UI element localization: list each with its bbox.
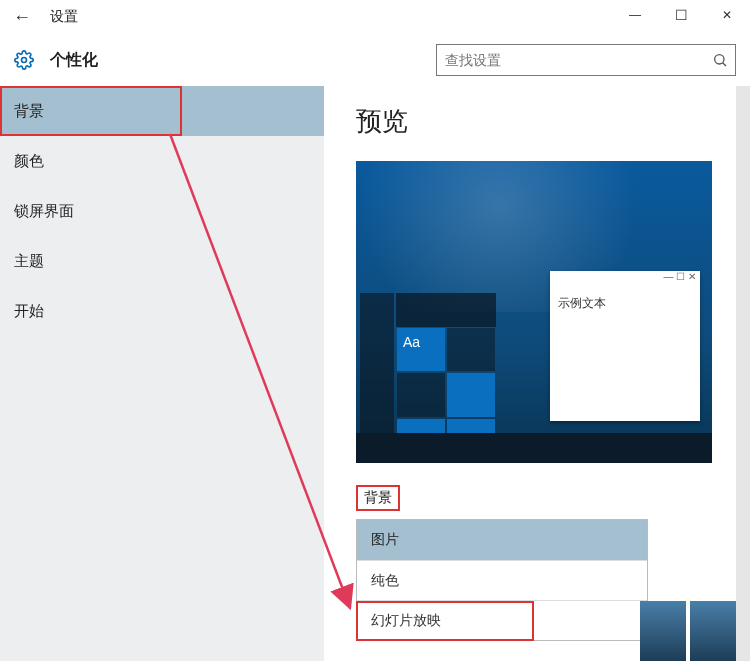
- preview-sample-text: 示例文本: [550, 289, 700, 318]
- preview-tile: [447, 373, 495, 416]
- dropdown-option-solid[interactable]: 纯色: [357, 560, 647, 600]
- vertical-scrollbar[interactable]: [736, 86, 750, 661]
- close-icon: ✕: [722, 8, 732, 22]
- search-icon[interactable]: [705, 52, 735, 68]
- minimize-icon: —: [629, 8, 641, 22]
- preview-tile: [397, 373, 445, 416]
- main-layout: 背景 颜色 锁屏界面 主题 开始 预览 Aa: [0, 86, 750, 661]
- page-title: 个性化: [50, 50, 98, 71]
- background-type-dropdown[interactable]: 图片 纯色 幻灯片放映: [356, 519, 648, 641]
- title-bar: ← 设置 — ☐ ✕: [0, 0, 750, 34]
- preview-tile: Aa: [397, 328, 445, 371]
- preview-heading: 预览: [356, 104, 726, 139]
- wallpaper-thumb[interactable]: [690, 601, 736, 661]
- app-title: 设置: [50, 8, 78, 26]
- dropdown-option-label: 图片: [371, 531, 399, 549]
- sidebar-item-label: 主题: [14, 252, 44, 271]
- back-button[interactable]: ←: [0, 0, 44, 34]
- maximize-icon: ☐: [675, 7, 688, 23]
- preview-taskbar: [356, 433, 712, 463]
- svg-point-0: [22, 58, 27, 63]
- desktop-preview: Aa — ☐ ✕ 示例文本: [356, 161, 712, 463]
- window-controls: — ☐ ✕: [612, 0, 750, 30]
- sidebar-item-colors[interactable]: 颜色: [0, 136, 324, 186]
- dropdown-option-picture[interactable]: 图片: [357, 520, 647, 560]
- sidebar-item-label: 锁屏界面: [14, 202, 74, 221]
- background-section-label: 背景: [356, 485, 400, 511]
- sidebar-item-themes[interactable]: 主题: [0, 236, 324, 286]
- dropdown-option-slideshow[interactable]: 幻灯片放映: [357, 600, 647, 640]
- thumbnail-strip: [636, 601, 736, 661]
- preview-sample-window: — ☐ ✕ 示例文本: [550, 271, 700, 421]
- sidebar-item-start[interactable]: 开始: [0, 286, 324, 336]
- content-area: 预览 Aa — ☐ ✕ 示例文本: [324, 86, 750, 661]
- preview-window-controls: — ☐ ✕: [550, 271, 700, 289]
- maximize-button[interactable]: ☐: [658, 0, 704, 30]
- sidebar-item-lockscreen[interactable]: 锁屏界面: [0, 186, 324, 236]
- wallpaper-thumb[interactable]: [640, 601, 686, 661]
- gear-icon: [14, 50, 34, 70]
- search-box[interactable]: [436, 44, 736, 76]
- close-button[interactable]: ✕: [704, 0, 750, 30]
- dropdown-option-label: 幻灯片放映: [371, 612, 441, 630]
- sidebar-item-background[interactable]: 背景: [0, 86, 324, 136]
- preview-tile: [447, 328, 495, 371]
- search-input[interactable]: [437, 52, 705, 68]
- preview-tile-aa: Aa: [403, 334, 420, 350]
- sidebar-item-label: 开始: [14, 302, 44, 321]
- sidebar-item-label: 颜色: [14, 152, 44, 171]
- sidebar-item-label: 背景: [14, 102, 44, 121]
- minimize-button[interactable]: —: [612, 0, 658, 30]
- svg-line-2: [723, 63, 726, 66]
- sidebar: 背景 颜色 锁屏界面 主题 开始: [0, 86, 324, 661]
- dropdown-option-label: 纯色: [371, 572, 399, 590]
- svg-point-1: [715, 55, 724, 64]
- preview-start-header: [396, 293, 496, 327]
- back-arrow-icon: ←: [13, 7, 31, 28]
